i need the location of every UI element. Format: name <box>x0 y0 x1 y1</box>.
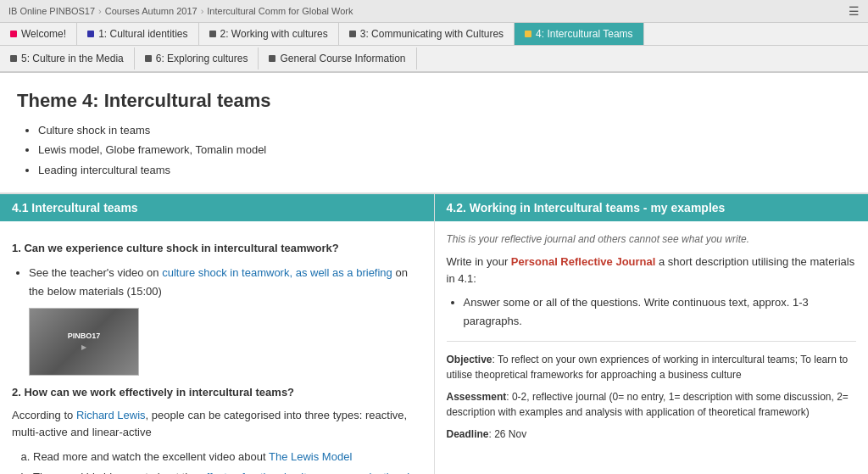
theme-bullet-3: Leading intercultural teams <box>38 160 851 180</box>
personal-reflective-journal-link[interactable]: Personal Reflective Journal <box>511 255 656 268</box>
tab-label-welcome: Welcome! <box>21 28 66 40</box>
theme-bullet-1: Culture shock in teams <box>38 120 851 140</box>
list-a-text: Read more and watch the excellent video … <box>33 450 269 463</box>
tab-label-intercultural-teams: 4: Intercultural Teams <box>536 28 633 40</box>
tab-dot-culture-media <box>10 55 17 62</box>
journal-note: This is your reflective journal and othe… <box>447 231 857 247</box>
left-section-body: 1. Can we experience culture shock in in… <box>0 221 434 474</box>
tab-dot-exploring-cultures <box>145 55 152 62</box>
theme-header: Theme 4: Intercultural teams Culture sho… <box>0 73 868 193</box>
img-label: PINBO17 <box>68 332 101 340</box>
objective-label: Objective <box>447 354 492 365</box>
q1-intro-text: See the teacher's video on <box>29 266 162 279</box>
breadcrumb-sep-1: › <box>98 6 102 16</box>
q2-list: Read more and watch the excellent video … <box>33 447 422 474</box>
tab-general-info[interactable]: General Course Information <box>259 47 416 70</box>
tab-working-cultures[interactable]: 2: Working with cultures <box>199 23 339 45</box>
q1-bullet-list: See the teacher's video on culture shock… <box>29 264 422 301</box>
tab-dot-general-info <box>269 55 275 62</box>
col-left: 4.1 Intercultural teams 1. Can we experi… <box>0 194 435 474</box>
assessment-label: Assessment <box>447 391 507 403</box>
assessment-block: Assessment: 0-2, reflective journal (0= … <box>447 389 857 420</box>
tab-label-exploring-cultures: 6: Exploring cultures <box>156 53 248 64</box>
tab-label-working-cultures: 2: Working with cultures <box>220 28 328 40</box>
breadcrumb: IB Online PINBOS17 › Courses Autumn 2017… <box>0 0 868 23</box>
tab-intercultural-teams[interactable]: 4: Intercultural Teams <box>515 23 644 45</box>
write-intro-text: Write in your <box>447 255 511 268</box>
right-section-header: 4.2. Working in Intercultural teams - my… <box>435 194 869 221</box>
theme-bullet-2: Lewis model, Globe framework, Tomalin mo… <box>38 140 851 159</box>
tab-welcome[interactable]: Welcome! <box>0 23 77 45</box>
col-right: 4.2. Working in Intercultural teams - my… <box>435 194 869 474</box>
q2-intro: According to Richard Lewis, people can b… <box>12 407 422 440</box>
q2-title: 2. How can we work effectively in interc… <box>12 384 422 401</box>
video-thumbnail[interactable]: PINBO17 ▶ <box>29 308 139 376</box>
tab-dot-working-cultures <box>209 31 216 37</box>
divider <box>447 341 857 342</box>
tabs-row-1: Welcome! 1: Cultural identities 2: Worki… <box>0 23 868 46</box>
objective-text: : To reflect on your own expriences of w… <box>447 354 849 381</box>
tab-dot-intercultural-teams <box>525 31 531 37</box>
journal-bullet-intro: Answer some or all of the questions. Wri… <box>464 293 857 331</box>
breadcrumb-item-1[interactable]: IB Online PINBOS17 <box>8 6 95 16</box>
right-section-body: This is your reflective journal and othe… <box>435 221 869 459</box>
two-col-layout: 4.1 Intercultural teams 1. Can we experi… <box>0 193 868 474</box>
q1-bullet-1: See the teacher's video on culture shock… <box>29 264 422 301</box>
tab-culture-media[interactable]: 5: Culture in the Media <box>0 47 135 70</box>
q2-list-item-b: Then read his blog post about the effect… <box>33 467 422 474</box>
theme-bullets: Culture shock in teams Lewis model, Glob… <box>38 120 851 180</box>
list-b-text: Then read his blog post about the <box>33 471 200 474</box>
objective-block: Objective: To reflect on your own exprie… <box>447 352 857 382</box>
q2-link[interactable]: Richard Lewis <box>76 409 146 421</box>
journal-bullet-list: Answer some or all of the questions. Wri… <box>464 293 857 331</box>
left-section-header: 4.1 Intercultural teams <box>0 194 434 221</box>
tabs-row-2: 5: Culture in the Media 6: Exploring cul… <box>0 46 868 73</box>
q1-title: 1. Can we experience culture shock in in… <box>12 240 422 257</box>
tab-label-general-info: General Course Information <box>280 53 405 64</box>
deadline-text: : 26 Nov <box>489 428 527 440</box>
assessment-text: : 0-2, reflective journal (0= no entry, … <box>447 391 849 418</box>
write-prompt: Write in your Personal Reflective Journa… <box>447 254 857 287</box>
tab-cultural-identities[interactable]: 1: Cultural identities <box>77 23 198 45</box>
list-a-link[interactable]: The Lewis Model <box>269 450 352 463</box>
tab-dot-welcome <box>10 31 17 37</box>
theme-title: Theme 4: Intercultural teams <box>17 90 851 112</box>
q2-intro-text: According to <box>12 409 76 421</box>
tab-dot-communicating-cultures <box>349 31 356 37</box>
tab-label-culture-media: 5: Culture in the Media <box>21 53 124 64</box>
q2-list-item-a: Read more and watch the excellent video … <box>33 447 422 466</box>
menu-icon[interactable]: ☰ <box>849 4 860 18</box>
breadcrumb-item-2[interactable]: Courses Autumn 2017 <box>105 6 198 16</box>
breadcrumb-item-3[interactable]: Intercultural Comm for Global Work <box>207 6 353 16</box>
tab-label-cultural-identities: 1: Cultural identities <box>98 28 187 40</box>
img-sub: ▶ <box>81 343 86 351</box>
main-content: Theme 4: Intercultural teams Culture sho… <box>0 73 868 474</box>
q1-link1[interactable]: culture shock in teamwork, as well as a … <box>162 266 392 279</box>
tab-dot-cultural-identities <box>87 31 94 37</box>
tab-communicating-cultures[interactable]: 3: Communicating with Cultures <box>339 23 515 45</box>
deadline-label: Deadline <box>447 428 489 440</box>
tab-label-communicating-cultures: 3: Communicating with Cultures <box>360 28 504 40</box>
deadline-block: Deadline: 26 Nov <box>447 427 857 442</box>
tab-exploring-cultures[interactable]: 6: Exploring cultures <box>135 47 259 70</box>
breadcrumb-sep-2: › <box>201 6 204 16</box>
